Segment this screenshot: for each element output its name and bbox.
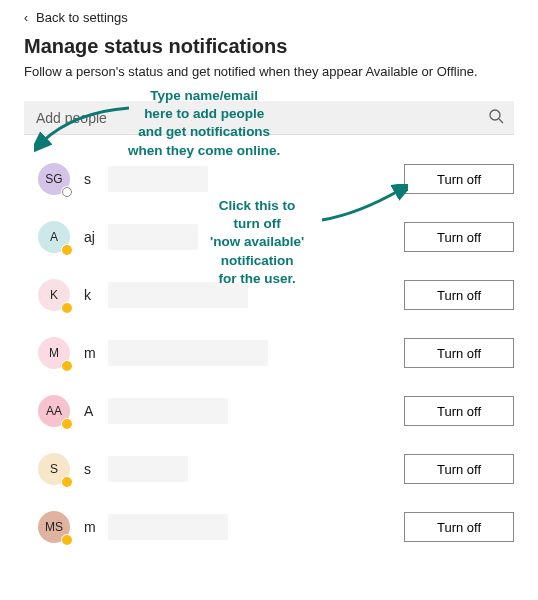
add-people-input[interactable] — [34, 109, 488, 127]
person-name-fragment: aj — [84, 229, 106, 245]
back-link-label: Back to settings — [36, 10, 128, 25]
person-row: KkTurn off — [24, 275, 514, 315]
svg-line-1 — [499, 119, 503, 123]
avatar-initials: MS — [45, 520, 63, 534]
person-name-fragment: s — [84, 171, 106, 187]
page-subtitle: Follow a person's status and get notifie… — [24, 64, 514, 79]
person-name-fragment: m — [84, 519, 106, 535]
redacted-name — [108, 340, 268, 366]
turn-off-button[interactable]: Turn off — [404, 280, 514, 310]
avatar-initials: SG — [45, 172, 62, 186]
avatar-initials: S — [50, 462, 58, 476]
avatar: SG — [38, 163, 70, 195]
presence-away-icon — [61, 360, 73, 372]
turn-off-button[interactable]: Turn off — [404, 222, 514, 252]
chevron-left-icon: ‹ — [24, 11, 28, 25]
person-name-fragment: k — [84, 287, 106, 303]
turn-off-button[interactable]: Turn off — [404, 512, 514, 542]
person-row: MSmTurn off — [24, 507, 514, 547]
redacted-name — [108, 224, 198, 250]
redacted-name — [108, 282, 248, 308]
redacted-name — [108, 456, 188, 482]
presence-away-icon — [61, 244, 73, 256]
person-row: AAATurn off — [24, 391, 514, 431]
add-people-search[interactable] — [24, 101, 514, 135]
avatar-initials: AA — [46, 404, 62, 418]
turn-off-button[interactable]: Turn off — [404, 454, 514, 484]
avatar-initials: M — [49, 346, 59, 360]
page-title: Manage status notifications — [24, 35, 514, 58]
avatar: A — [38, 221, 70, 253]
person-row: SsTurn off — [24, 449, 514, 489]
avatar-initials: K — [50, 288, 58, 302]
search-icon — [488, 108, 504, 128]
presence-away-icon — [61, 534, 73, 546]
person-name-fragment: A — [84, 403, 106, 419]
avatar: K — [38, 279, 70, 311]
redacted-name — [108, 398, 228, 424]
presence-away-icon — [61, 418, 73, 430]
person-name-fragment: s — [84, 461, 106, 477]
person-row: AajTurn off — [24, 217, 514, 257]
redacted-name — [108, 166, 208, 192]
turn-off-button[interactable]: Turn off — [404, 396, 514, 426]
back-to-settings-link[interactable]: ‹ Back to settings — [24, 10, 514, 25]
presence-away-icon — [61, 302, 73, 314]
redacted-name — [108, 514, 228, 540]
avatar: AA — [38, 395, 70, 427]
presence-away-icon — [61, 476, 73, 488]
avatar: MS — [38, 511, 70, 543]
presence-offline-icon — [61, 186, 73, 198]
person-row: SGsTurn off — [24, 159, 514, 199]
avatar: S — [38, 453, 70, 485]
avatar: M — [38, 337, 70, 369]
person-name-fragment: m — [84, 345, 106, 361]
person-row: MmTurn off — [24, 333, 514, 373]
avatar-initials: A — [50, 230, 58, 244]
svg-point-0 — [490, 110, 500, 120]
turn-off-button[interactable]: Turn off — [404, 164, 514, 194]
turn-off-button[interactable]: Turn off — [404, 338, 514, 368]
